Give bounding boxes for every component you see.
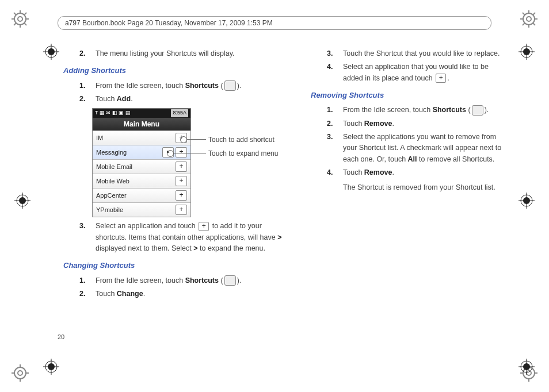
crop-mark-icon [518,193,535,209]
shortcuts-icon [224,275,236,286]
add-button-icon: + [176,147,187,157]
status-time: 8:55A [171,109,188,117]
add-button-icon: + [176,162,187,172]
step-number: 3. [327,48,343,59]
phone-menu-row: Mobile Email+ [93,159,190,174]
page-number: 20 [58,333,64,340]
step-text: Touch Remove. The Shortcut is removed fr… [343,167,509,193]
step-number: 2. [79,48,96,59]
add-button-icon: + [176,205,187,215]
phone-menu-row: YPmobile+ [93,202,190,217]
gear-icon [12,10,29,28]
phone-screenshot: T ▦ ✉ ◧ ▣ ▤ 8:55A Main Menu IM+ Messagin… [92,108,288,217]
callout-line-icon [186,139,206,140]
step-text: Touch Remove. [343,118,509,129]
step-number: 4. [327,167,343,193]
doc-header-text: a797 Bourbon.book Page 20 Tuesday, Novem… [65,19,273,27]
step-number: 1. [79,275,96,286]
callout-expand-menu: Touch to expand menu [208,148,278,159]
svg-line-19 [523,23,525,25]
svg-line-17 [533,23,535,25]
step-text: From the Idle screen, touch Shortcuts ()… [343,105,509,116]
svg-point-21 [18,371,22,375]
step-number: 1. [327,105,343,116]
svg-line-7 [24,23,26,25]
step-text: The menu listing your Shortcuts will dis… [96,48,288,59]
heading-removing-shortcuts: Removing Shortcuts [311,90,509,101]
left-column: 2. The menu listing your Shortcuts will … [63,46,288,352]
phone-title: Main Menu [93,118,190,130]
step-text: Select an application that you would lik… [343,62,509,84]
shortcuts-icon [224,80,236,91]
shortcuts-icon [472,105,483,116]
step-text: Touch the Shortcut that you would like t… [343,48,509,59]
svg-line-6 [14,13,16,15]
svg-point-11 [527,17,531,21]
page-body: 2. The menu listing your Shortcuts will … [63,46,509,352]
phone-menu-row: AppCenter+ [93,188,190,202]
plus-icon: + [436,74,446,83]
doc-header: a797 Bourbon.book Page 20 Tuesday, Novem… [58,16,491,30]
add-button-icon: + [176,176,187,186]
step-result: The Shortcut is removed from your Shortc… [343,182,509,193]
status-icons: T ▦ ✉ ◧ ▣ ▤ [95,109,131,117]
crop-mark-icon [43,359,59,375]
add-button-icon: + [176,190,187,201]
step-number: 1. [79,80,96,91]
svg-line-9 [14,23,16,25]
svg-line-18 [533,13,535,15]
heading-adding-shortcuts: Adding Shortcuts [63,65,288,76]
svg-line-16 [523,13,525,15]
svg-point-1 [18,17,22,21]
gear-icon [12,364,29,382]
step-number: 4. [327,62,343,84]
phone-menu-row: IM+ [93,130,190,145]
step-number: 3. [327,132,343,165]
right-column: 3. Touch the Shortcut that you would lik… [311,46,509,352]
step-number: 2. [79,289,96,299]
crop-mark-icon [518,44,535,60]
step-text: Touch Change. [96,289,288,299]
callout-line-icon [173,153,206,153]
callout-add-shortcut: Touch to add shortcut [208,134,274,145]
svg-point-20 [14,367,26,379]
crop-mark-icon [14,193,30,209]
step-number: 2. [327,118,343,129]
crop-mark-icon [518,359,535,375]
step-text: From the Idle screen, touch Shortcuts ()… [96,275,288,286]
heading-changing-shortcuts: Changing Shortcuts [63,260,288,271]
step-text: Touch Add. [96,94,288,105]
step-number: 2. [79,94,96,105]
plus-icon: + [199,222,209,231]
phone-menu-row: Mobile Web+ [93,174,190,188]
step-text: From the Idle screen, touch Shortcuts ()… [96,80,288,91]
phone-status-bar: T ▦ ✉ ◧ ▣ ▤ 8:55A [93,109,190,118]
svg-line-8 [24,13,26,15]
step-text: Select an application and touch + to add… [96,221,288,254]
crop-mark-icon [43,44,59,60]
step-number: 3. [79,221,96,254]
phone-menu-row: Messaging▸+ [93,145,190,159]
gear-icon [520,10,537,28]
step-text: Select the applications you want to remo… [343,132,509,165]
